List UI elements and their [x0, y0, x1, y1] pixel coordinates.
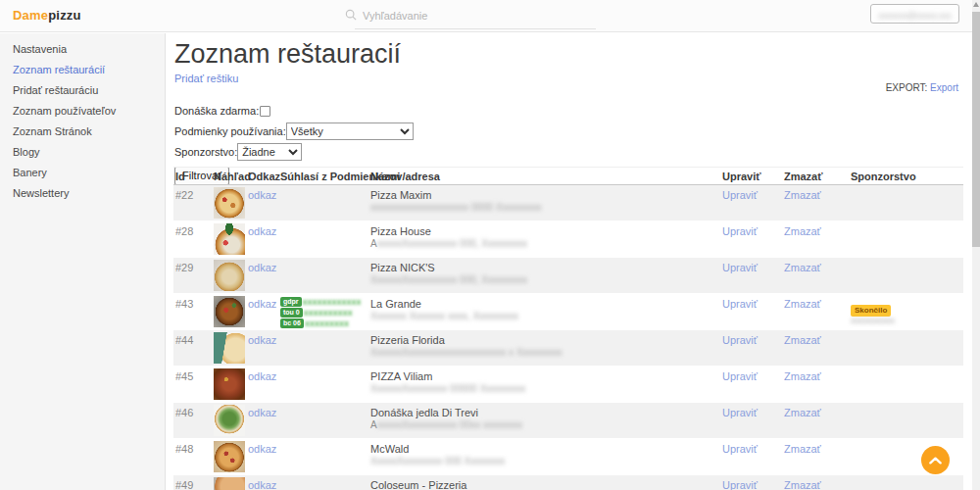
- delete-link[interactable]: Zmazať: [784, 479, 821, 490]
- restaurant-thumbnail: [214, 477, 245, 490]
- delete-link[interactable]: Zmazať: [784, 225, 821, 237]
- sidebar-item[interactable]: Zoznam reštaurácií: [0, 60, 165, 80]
- consent-badge-type: tou 0: [280, 308, 303, 318]
- table-rows: #22 odkaz Pizza Maxim xxxxxxxxxxxxxxxxxx…: [173, 185, 963, 490]
- address-redacted: xxxxxxxxxxxxxxxxxxxx 0000 Xxxxxxxxx: [370, 202, 541, 213]
- edit-link[interactable]: Upraviť: [722, 407, 758, 418]
- consent-badges: gdpr xxxxxxxxxxxx tou 0 xxxxxxxxxx bc 06…: [280, 297, 362, 329]
- sidebar-item[interactable]: Banery: [0, 163, 165, 183]
- consent-badge-redacted: xxxxxxxxxxxx: [303, 297, 362, 307]
- sidebar-item-label: Nastavenia: [13, 43, 67, 55]
- sidebar-item[interactable]: Blogy: [0, 142, 165, 163]
- restaurant-name: PIZZA Viliam: [370, 370, 432, 382]
- address-redacted: Xxxxxxx Xxxxxxx xxxx, Xxxxxxxxx: [370, 311, 518, 321]
- sidebar-item-label: Banery: [13, 167, 47, 178]
- restaurant-name: Pizza Maxim: [370, 189, 431, 201]
- address-redacted: xxxxxXxxxxxxxxxx 00xx xxxxxxxx: [377, 419, 522, 430]
- delete-link[interactable]: Zmazať: [784, 262, 821, 273]
- restaurant-thumbnail: [214, 187, 245, 219]
- table-row: #43 odkaz gdpr xxxxxxxxxxxx tou 0 xxxxxx…: [173, 294, 963, 330]
- address-redacted: XxxxxXxxxxxxxx 000 Xxxxxxxx: [370, 456, 505, 466]
- edit-link[interactable]: Upraviť: [722, 262, 758, 273]
- edit-link[interactable]: Upraviť: [722, 189, 758, 201]
- row-id: #48: [175, 443, 193, 455]
- sidebar-item-label: Pridať reštauráciu: [13, 84, 98, 96]
- table-header: Id Náhľad Odkaz Súhlasí z Podmienkami Ná…: [173, 167, 963, 185]
- restaurant-link[interactable]: odkaz: [248, 189, 276, 201]
- restaurant-name: Pizzeria Florida: [370, 334, 445, 346]
- top-header: Damepizzu xxxxxxx@xxxxx.xxx: [0, 0, 980, 32]
- sponsorship-filter: Sponzorstvo:Žiadne: [174, 143, 414, 161]
- edit-link[interactable]: Upraviť: [722, 298, 758, 310]
- export-link[interactable]: Export: [930, 82, 958, 93]
- sidebar-items: Nastavenia Zoznam reštaurácií Pridať reš…: [0, 39, 165, 204]
- scroll-to-top-button[interactable]: [921, 446, 950, 474]
- restaurant-link[interactable]: odkaz: [248, 479, 276, 490]
- restaurant-thumbnail: [214, 368, 245, 400]
- logo-part-orange: Dame: [13, 8, 48, 23]
- restaurant-link[interactable]: odkaz: [248, 262, 276, 273]
- sidebar-item[interactable]: Nastavenia: [0, 39, 165, 60]
- consent-badge-redacted: xxxxxxxxx: [305, 318, 349, 328]
- edit-link[interactable]: Upraviť: [722, 334, 758, 346]
- delete-link[interactable]: Zmazať: [784, 443, 821, 455]
- col-preview: Náhľad: [214, 171, 251, 182]
- delete-link[interactable]: Zmazať: [784, 189, 821, 201]
- sidebar-item[interactable]: Pridať reštauráciu: [0, 80, 165, 101]
- scrollbar-up-arrow-icon[interactable]: [973, 2, 979, 7]
- restaurant-address: XxxxxxXxxxxxxxxxxxxxxxxxxxx x Xxxxxxxxx: [370, 347, 563, 358]
- free-delivery-checkbox[interactable]: [260, 106, 270, 117]
- row-id: #45: [175, 370, 193, 382]
- sidebar-item[interactable]: Zoznam Stránok: [0, 122, 165, 142]
- delete-link[interactable]: Zmazať: [784, 370, 821, 382]
- row-id: #49: [175, 479, 193, 490]
- row-id: #29: [175, 262, 193, 273]
- sidebar-item-label: Zoznam používateľov: [13, 105, 116, 117]
- account-email-redacted: xxxxxxx@xxxxx.xxx: [878, 11, 952, 21]
- restaurant-link[interactable]: odkaz: [248, 334, 276, 346]
- sidebar-item[interactable]: Zoznam používateľov: [0, 101, 165, 122]
- restaurant-address: XxxxxxXxxxxxxxx 00000 Xxxxxxxxx: [370, 383, 525, 394]
- vertical-scrollbar[interactable]: [972, 0, 980, 490]
- table-row: #49 odkaz Coloseum - Pizzeria Adresa:Nám…: [173, 475, 963, 490]
- add-restaurant-link[interactable]: Pridať reštiku: [174, 73, 238, 84]
- scrollbar-thumb[interactable]: [972, 12, 980, 247]
- account-email-box[interactable]: xxxxxxx@xxxxx.xxx: [870, 4, 959, 24]
- consent-badge-redacted: xxxxxxxxxx: [304, 308, 353, 318]
- edit-link[interactable]: Upraviť: [722, 370, 758, 382]
- restaurant-address: AxxxxxXxxxxxxxxxx 000, Xxxxxxxxx: [370, 238, 527, 249]
- restaurant-link[interactable]: odkaz: [248, 298, 276, 310]
- restaurant-link[interactable]: odkaz: [248, 370, 276, 382]
- search-icon: [345, 9, 357, 21]
- sponsor-dates-redacted: xxxxxxxxxx: [851, 316, 895, 325]
- restaurant-thumbnail: [214, 223, 245, 255]
- table-row: #48 odkaz McWald XxxxxXxxxxxxxx 000 Xxxx…: [173, 439, 963, 475]
- edit-link[interactable]: Upraviť: [722, 225, 758, 237]
- table-row: #29 odkaz Pizza NICK'S XxxxxxXxxxxxxxxxx…: [173, 258, 963, 294]
- sponsorship-select[interactable]: Žiadne: [237, 143, 302, 161]
- restaurant-address: Xxxxxxx Xxxxxxx xxxx, Xxxxxxxxx: [370, 311, 518, 321]
- delete-link[interactable]: Zmazať: [784, 407, 821, 418]
- sidebar-item[interactable]: Newslettery: [0, 183, 165, 204]
- consent-badge: bc 06 xxxxxxxxx: [280, 318, 362, 328]
- edit-link[interactable]: Upraviť: [722, 443, 758, 455]
- delete-link[interactable]: Zmazať: [784, 298, 821, 310]
- consent-badge: gdpr xxxxxxxxxxxx: [280, 297, 362, 307]
- delete-link[interactable]: Zmazať: [784, 334, 821, 346]
- edit-link[interactable]: Upraviť: [722, 479, 758, 490]
- restaurant-name: Pizza NICK'S: [370, 262, 435, 273]
- sidebar-item-label: Newslettery: [13, 187, 69, 199]
- terms-select[interactable]: Všetky: [286, 122, 414, 140]
- restaurant-address: XxxxxxXxxxxxxxxxx 000, Xxxxxxxxx: [370, 274, 527, 285]
- restaurant-link[interactable]: odkaz: [248, 407, 276, 418]
- search-input[interactable]: [363, 7, 594, 24]
- restaurant-thumbnail: [214, 296, 245, 327]
- restaurant-link[interactable]: odkaz: [248, 443, 276, 455]
- main-content: Zoznam reštauracií Pridať reštiku EXPORT…: [167, 33, 980, 490]
- restaurants-table: Id Náhľad Odkaz Súhlasí z Podmienkami Ná…: [173, 167, 963, 490]
- app-logo[interactable]: Damepizzu: [13, 8, 81, 23]
- restaurant-address: xxxxxxxxxxxxxxxxxxxx 0000 Xxxxxxxxx: [370, 202, 541, 213]
- restaurant-link[interactable]: odkaz: [248, 225, 276, 237]
- address-redacted: xxxxxXxxxxxxxxxx 000, Xxxxxxxxx: [377, 238, 527, 249]
- chevron-up-icon: [929, 457, 942, 465]
